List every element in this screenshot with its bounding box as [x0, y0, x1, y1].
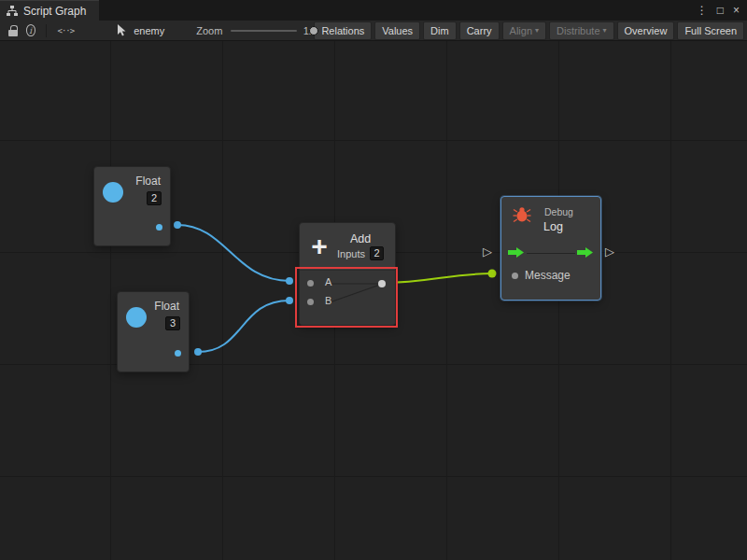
zoom-slider-knob[interactable]	[309, 26, 318, 35]
inputs-label: Inputs	[337, 248, 365, 259]
align-button: Align ▾	[502, 21, 546, 40]
debug-log-node[interactable]: Debug Log Message	[500, 196, 601, 301]
distribute-label: Distribute	[557, 25, 599, 36]
chevron-down-icon: ▾	[535, 26, 539, 35]
flow-input-port[interactable]	[508, 246, 525, 259]
flow-relation-line	[527, 253, 575, 254]
graph-icon	[7, 6, 18, 17]
add-node-header: + Add Inputs 2	[300, 223, 395, 270]
wire-float1-to-add-a[interactable]	[177, 225, 289, 281]
wire-endpoint-dot	[488, 270, 497, 278]
float-type-icon	[126, 307, 147, 328]
float-type-icon	[103, 182, 123, 203]
zoom-label: Zoom	[196, 25, 222, 36]
flow-in-triangle-icon: ▷	[483, 245, 492, 259]
maximize-icon[interactable]: □	[717, 0, 724, 21]
node-title: Float	[154, 300, 179, 313]
inputs-count-input[interactable]: 2	[370, 246, 384, 260]
chevron-down-icon: ▾	[603, 26, 607, 35]
tab-script-graph[interactable]: Script Graph	[0, 0, 99, 21]
node-title: Log	[543, 220, 563, 233]
info-icon[interactable]: i	[26, 24, 35, 36]
carry-button[interactable]: Carry	[459, 21, 500, 40]
values-button[interactable]: Values	[374, 21, 420, 40]
wire-endpoint-dot	[174, 221, 181, 229]
float-value-input[interactable]: 2	[147, 191, 162, 205]
full-screen-button[interactable]: Full Screen	[677, 21, 744, 40]
graph-name: enemy	[134, 25, 164, 36]
add-icon: +	[305, 232, 333, 260]
selection-rectangle	[295, 267, 398, 328]
pointer-icon	[117, 24, 128, 36]
output-port[interactable]	[175, 350, 181, 357]
zoom-slider[interactable]	[231, 24, 296, 37]
message-input-port[interactable]	[512, 273, 518, 279]
kebab-menu-icon[interactable]: ⋮	[697, 0, 708, 21]
zoom-slider-track[interactable]	[231, 30, 296, 32]
flow-output-port[interactable]	[577, 246, 594, 259]
wire-float2-to-add-b[interactable]	[198, 301, 289, 352]
wire-add-to-log-message[interactable]	[383, 273, 492, 283]
wire-endpoint-dot	[194, 348, 202, 356]
wire-endpoint-dot	[286, 297, 293, 304]
close-icon[interactable]: ×	[733, 0, 740, 21]
graph-toolbar: i <··> enemy Zoom 1x Relations Values Di…	[0, 21, 747, 41]
message-port-label: Message	[525, 269, 571, 282]
flow-out-triangle-icon: ▷	[605, 245, 614, 259]
code-icon[interactable]: <··>	[58, 26, 75, 35]
toolbar-divider	[46, 24, 47, 37]
float-value-input[interactable]: 3	[165, 316, 180, 330]
distribute-button: Distribute ▾	[549, 21, 613, 40]
relations-button[interactable]: Relations	[314, 21, 372, 40]
wire-endpoint-dot	[286, 277, 293, 285]
overview-button[interactable]: Overview	[617, 21, 675, 40]
tab-title: Script Graph	[23, 5, 86, 18]
float-node-2[interactable]: Float 3	[117, 291, 190, 372]
titlebar: Script Graph ⋮ □ ×	[0, 0, 747, 21]
node-category: Debug	[544, 206, 573, 217]
toolbar-buttons: Relations Values Dim Carry Align ▾ Distr…	[314, 21, 747, 40]
window-controls: ⋮ □ ×	[697, 0, 747, 21]
dim-button[interactable]: Dim	[423, 21, 457, 40]
align-label: Align	[510, 25, 532, 36]
node-title: Add	[350, 232, 371, 245]
float-node-1[interactable]: Float 2	[93, 166, 171, 246]
output-port[interactable]	[156, 224, 162, 231]
bug-icon	[513, 206, 531, 223]
graph-canvas[interactable]: Float 2 Float 3 + Add Inputs 2	[0, 41, 747, 560]
lock-icon[interactable]	[8, 25, 16, 36]
node-title: Float	[135, 175, 161, 188]
